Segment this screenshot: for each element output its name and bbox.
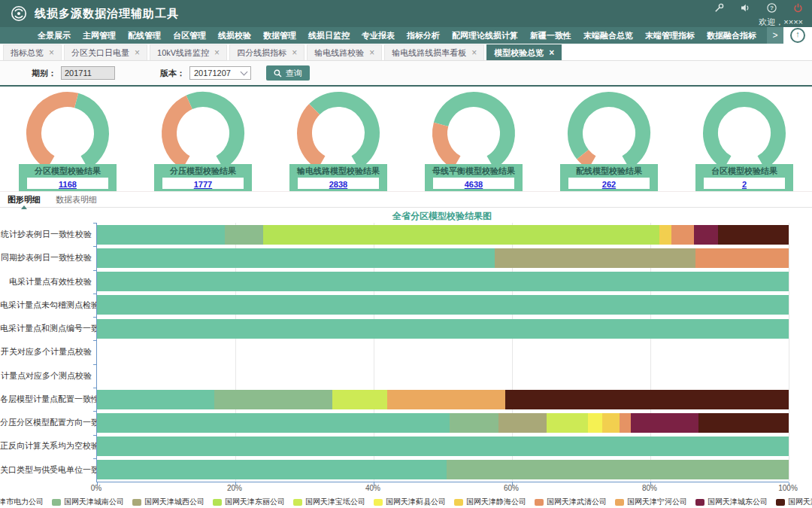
power-icon[interactable] — [793, 3, 803, 13]
app-title: 线损多源数据治理辅助工具 — [35, 7, 179, 21]
tab-label: 输电线路线损率看板 — [392, 47, 466, 59]
close-icon[interactable]: × — [292, 48, 297, 57]
legend-item[interactable]: 国网天津滨海公司 — [776, 497, 812, 507]
gauge: 分压模型校验结果1777 — [135, 87, 271, 191]
help-icon[interactable]: ? — [767, 3, 777, 13]
bar-row — [97, 460, 789, 479]
version-label: 版本： — [160, 68, 185, 79]
welcome-text: 欢迎，×××× — [714, 17, 803, 28]
close-icon[interactable]: × — [214, 48, 220, 57]
nav-item[interactable]: 线损校验 — [218, 30, 251, 41]
nav-item[interactable]: 末端融合总览 — [583, 30, 633, 41]
nav-overflow-button[interactable]: > — [767, 27, 783, 44]
tab-label: 四分线损指标 — [237, 47, 286, 59]
version-select[interactable]: 20171207 — [189, 66, 251, 80]
gauge-value-link[interactable]: 262 — [602, 180, 616, 189]
close-icon[interactable]: × — [549, 48, 554, 57]
y-axis-labels: 统计抄表例日一致性校验同期抄表例日一致性校验电采计量点有效性校验电采计量点未勾稽… — [0, 223, 92, 482]
tab-item[interactable]: 四分线损指标× — [229, 44, 304, 60]
scroll-top-icon[interactable]: ↑ — [790, 28, 805, 43]
bar-segment — [97, 437, 789, 456]
tab-label: 分区关口日电量 — [71, 47, 129, 59]
y-axis-label: 开关对应多个计量点校验 — [0, 340, 92, 364]
nav-item[interactable]: 专业报表 — [362, 30, 395, 41]
legend-item[interactable]: 国网天津城东公司 — [695, 497, 768, 507]
legend-item[interactable]: 国网天津静海公司 — [454, 497, 526, 507]
gauge-title: 配线模型校验结果 — [562, 166, 656, 176]
detail-tab[interactable]: 数据表明细 — [56, 194, 97, 205]
gauge-value-box: 1168 — [27, 178, 108, 189]
legend-item[interactable]: 国网天津宁河公司 — [615, 497, 687, 507]
tab-label: 输电线路校验 — [314, 47, 364, 59]
gauge-value-link[interactable]: 1777 — [194, 180, 212, 189]
gauge-value-link[interactable]: 2 — [742, 180, 747, 189]
bar-segment — [447, 460, 789, 479]
bar-segment — [588, 413, 601, 433]
legend-label: 国网天津武清公司 — [547, 497, 607, 507]
chevron-down-icon — [241, 68, 248, 76]
version-select-value: 20171207 — [194, 68, 231, 78]
legend-item[interactable]: 国网天津市电力公司 — [0, 497, 44, 507]
close-icon[interactable]: × — [49, 48, 54, 57]
nav-item[interactable]: 指标分析 — [407, 30, 440, 41]
legend-item[interactable]: 国网天津城南公司 — [52, 497, 124, 507]
nav-item[interactable]: 配网理论线损计算 — [452, 30, 518, 41]
nav-item[interactable]: 数据融合指标 — [707, 30, 756, 41]
nav-item[interactable]: 末端管理指标 — [645, 30, 695, 41]
legend-label: 国网天津蓟县公司 — [386, 497, 446, 507]
close-icon[interactable]: × — [369, 48, 374, 57]
legend-item[interactable]: 国网天津城西公司 — [132, 497, 205, 507]
gauge-value-link[interactable]: 2838 — [329, 180, 347, 189]
nav-item[interactable]: 台区管理 — [173, 30, 206, 41]
gauge-value-link[interactable]: 1168 — [59, 180, 77, 189]
bar-segment — [631, 413, 698, 433]
period-input[interactable] — [61, 66, 115, 80]
nav-item[interactable]: 数据管理 — [263, 30, 296, 41]
detail-tabs: 图形明细数据表明细 — [0, 191, 812, 208]
tab-item[interactable]: 输电线路线损率看板× — [384, 44, 484, 60]
speaker-icon[interactable] — [741, 3, 750, 13]
bar-segment — [97, 248, 495, 268]
search-button[interactable]: 查询 — [266, 65, 310, 81]
y-axis-tick — [93, 411, 96, 412]
legend-label: 国网天津城南公司 — [64, 497, 124, 507]
gauge-value-link[interactable]: 4638 — [465, 180, 483, 189]
close-icon[interactable]: × — [471, 48, 477, 57]
svg-text:?: ? — [770, 5, 774, 11]
nav-item[interactable]: 配线管理 — [128, 30, 161, 41]
gauge-donut — [24, 90, 111, 175]
gauge-value-box: 262 — [568, 178, 650, 189]
bar-segment — [97, 295, 789, 315]
y-axis-tick — [93, 270, 96, 271]
close-icon[interactable]: × — [135, 48, 140, 57]
tab-item[interactable]: 输电线路校验× — [307, 44, 382, 60]
bar-row — [97, 295, 789, 315]
legend-label: 国网天津宁河公司 — [627, 497, 687, 507]
bar-segment — [97, 272, 789, 291]
nav-item[interactable]: 新疆一致性 — [530, 30, 571, 41]
header-right: ? 欢迎，×××× — [714, 3, 803, 28]
legend-item[interactable]: 国网天津蓟县公司 — [374, 497, 446, 507]
wrench-icon[interactable] — [714, 3, 724, 13]
legend-item[interactable]: 国网天津东丽公司 — [213, 497, 285, 507]
bar-segment — [620, 413, 632, 433]
bar-segment — [718, 225, 789, 245]
tab-item[interactable]: 10kV线路监控× — [150, 44, 227, 60]
gauge-row: 分区模型校验结果1168分压模型校验结果1777输电线路模型校验结果2838母线… — [0, 87, 812, 191]
nav-item[interactable]: 主网管理 — [83, 30, 116, 41]
gauge-label-plate: 分区模型校验结果1168 — [19, 164, 117, 191]
nav-item[interactable]: 全景展示 — [38, 30, 71, 41]
top-header: 线损多源数据治理辅助工具 ? 欢迎，×××× — [0, 0, 812, 27]
detail-tab[interactable]: 图形明细 — [8, 194, 41, 205]
nav-item[interactable]: 线损日监控 — [308, 30, 350, 41]
tab-item[interactable]: 模型校验总览× — [486, 44, 562, 60]
legend-item[interactable]: 国网天津武清公司 — [535, 497, 607, 507]
tab-item[interactable]: 分区关口日电量× — [64, 44, 147, 60]
tab-item[interactable]: 指标总览× — [3, 44, 62, 60]
bar-row — [97, 437, 789, 456]
gauge: 台区模型校验结果2 — [677, 87, 812, 191]
nav-corner: ↑ — [783, 27, 812, 44]
search-icon — [274, 69, 282, 78]
legend-item[interactable]: 国网天津宝坻公司 — [293, 497, 365, 507]
tab-bar: 指标总览×分区关口日电量×10kV线路监控×四分线损指标×输电线路校验×输电线路… — [0, 44, 812, 61]
